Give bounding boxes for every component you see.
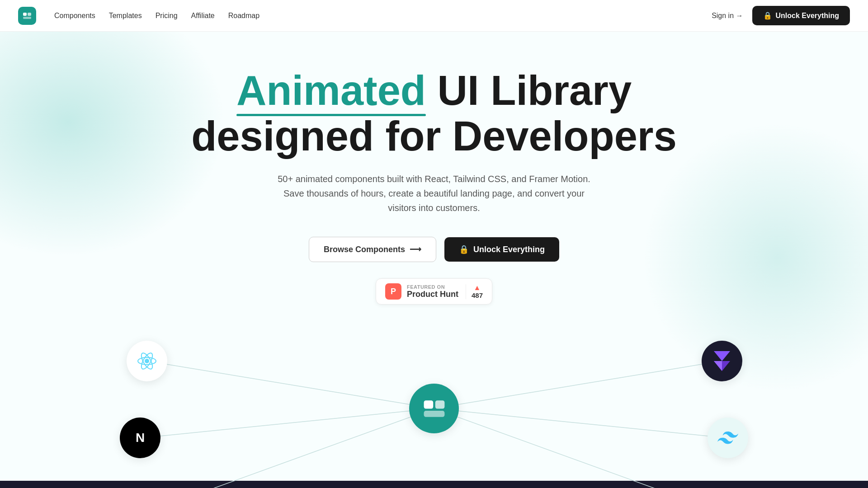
svg-line-7	[434, 408, 726, 438]
browse-components-button[interactable]: Browse Components ⟶	[309, 237, 436, 262]
tailwind-node	[708, 418, 748, 458]
hero-buttons: Browse Components ⟶ 🔒 Unlock Everything	[309, 237, 559, 262]
hero-section: Animated UI Library designed for Develop…	[0, 32, 868, 488]
unlock-label-nav: Unlock Everything	[776, 12, 839, 20]
hero-title-line2: designed for Developers	[191, 113, 677, 159]
svg-point-19	[145, 359, 149, 363]
svg-rect-18	[424, 411, 444, 417]
logo-icon	[18, 7, 36, 25]
navbar-left: Components Templates Pricing Affiliate R…	[18, 7, 259, 25]
unlock-button-nav[interactable]: 🔒 Unlock Everything	[752, 6, 850, 25]
react-node	[127, 341, 167, 381]
svg-rect-0	[23, 13, 27, 16]
unlock-button-hero[interactable]: 🔒 Unlock Everything	[444, 237, 559, 262]
svg-line-3	[147, 361, 434, 408]
svg-line-8	[434, 408, 721, 488]
nav-links: Components Templates Pricing Affiliate R…	[54, 12, 259, 20]
ph-vote-count: 487	[472, 291, 483, 299]
center-node	[409, 384, 459, 433]
browse-label: Browse Components	[324, 245, 405, 254]
nav-roadmap[interactable]: Roadmap	[228, 12, 259, 20]
nav-components[interactable]: Components	[54, 12, 95, 20]
svg-line-6	[434, 361, 721, 408]
lock-icon-nav: 🔒	[763, 11, 772, 20]
nav-pricing[interactable]: Pricing	[156, 12, 178, 20]
ph-featured-on-label: FEATURED ON	[407, 284, 458, 290]
unlock-label-hero: Unlock Everything	[473, 245, 545, 254]
browse-arrow-icon: ⟶	[410, 244, 421, 254]
lock-icon-hero: 🔒	[459, 244, 469, 254]
ph-text: FEATURED ON Product Hunt	[407, 284, 458, 299]
ph-upvote-arrow: ▲	[474, 284, 481, 291]
sign-in-button[interactable]: Sign in →	[712, 12, 743, 20]
ph-votes: ▲ 487	[466, 284, 483, 299]
nav-affiliate[interactable]: Affiliate	[191, 12, 215, 20]
svg-rect-16	[424, 400, 433, 408]
svg-rect-2	[23, 17, 31, 19]
ph-logo: P	[385, 283, 401, 300]
diagram-area: N	[0, 314, 868, 488]
svg-line-4	[142, 408, 434, 438]
ph-product-hunt-label: Product Hunt	[407, 290, 458, 299]
logo-wrap[interactable]	[18, 7, 36, 25]
svg-line-5	[147, 408, 434, 488]
nav-templates[interactable]: Templates	[109, 12, 142, 20]
hero-title-part2: UI Library	[426, 67, 632, 113]
hero-content: Animated UI Library designed for Develop…	[0, 32, 868, 488]
product-hunt-badge[interactable]: P FEATURED ON Product Hunt ▲ 487	[376, 278, 492, 305]
navbar-right: Sign in → 🔒 Unlock Everything	[712, 6, 850, 25]
hero-title-animated: Animated	[236, 67, 426, 113]
svg-rect-17	[435, 400, 444, 408]
hero-title: Animated UI Library designed for Develop…	[191, 68, 677, 159]
navbar: Components Templates Pricing Affiliate R…	[0, 0, 868, 32]
hero-subtitle: 50+ animated components built with React…	[276, 172, 592, 215]
nextjs-node: N	[120, 418, 160, 458]
svg-rect-1	[28, 13, 31, 16]
framer-node	[702, 341, 742, 381]
